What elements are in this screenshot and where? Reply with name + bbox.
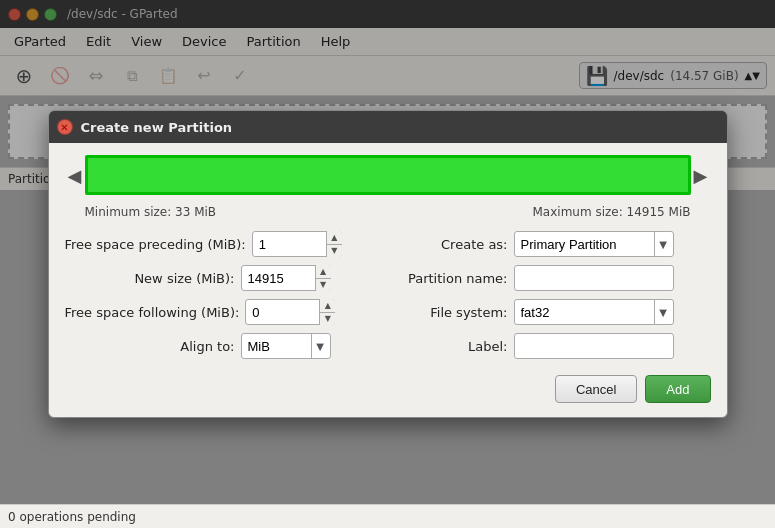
label-row: Label: xyxy=(398,333,711,359)
partition-name-input[interactable] xyxy=(514,265,674,291)
status-bar: 0 operations pending xyxy=(0,504,775,528)
free-space-preceding-arrows: ▲ ▼ xyxy=(326,231,342,257)
align-to-select-wrap: MiB Cylinder None ▼ xyxy=(241,333,331,359)
dialog-footer: Cancel Add xyxy=(49,371,727,417)
create-as-row: Create as: Primary Partition Extended Pa… xyxy=(398,231,711,257)
file-system-select-wrap: fat32 ext4 ext3 ntfs btrfs xfs ▼ xyxy=(514,299,674,325)
free-space-following-up[interactable]: ▲ xyxy=(320,299,335,313)
create-partition-dialog: ✕ Create new Partition ◀ ▶ Minimum size:… xyxy=(48,110,728,418)
arrow-left-icon: ◀ xyxy=(68,165,82,186)
new-size-label: New size (MiB): xyxy=(65,271,235,286)
modal-overlay: ✕ Create new Partition ◀ ▶ Minimum size:… xyxy=(0,0,775,528)
dialog-title: Create new Partition xyxy=(81,120,233,135)
form-section: Free space preceding (MiB): ▲ ▼ New size… xyxy=(49,227,727,371)
min-size-label: Minimum size: 33 MiB xyxy=(85,205,217,219)
minmax-row: Minimum size: 33 MiB Maximum size: 14915… xyxy=(49,203,727,227)
align-to-label: Align to: xyxy=(65,339,235,354)
create-as-select[interactable]: Primary Partition Extended Partition Log… xyxy=(514,231,674,257)
align-to-select[interactable]: MiB Cylinder None xyxy=(241,333,331,359)
partition-bar xyxy=(85,155,691,195)
new-size-arrows: ▲ ▼ xyxy=(315,265,331,291)
free-space-following-label: Free space following (MiB): xyxy=(65,305,240,320)
partition-vis-left-arrow[interactable]: ◀ xyxy=(65,155,85,195)
partition-name-row: Partition name: xyxy=(398,265,711,291)
free-space-preceding-down[interactable]: ▼ xyxy=(327,245,342,258)
free-space-preceding-spinner: ▲ ▼ xyxy=(252,231,342,257)
arrow-right-icon: ▶ xyxy=(694,165,708,186)
max-size-label: Maximum size: 14915 MiB xyxy=(533,205,691,219)
free-space-preceding-row: Free space preceding (MiB): ▲ ▼ xyxy=(65,231,378,257)
form-right-col: Create as: Primary Partition Extended Pa… xyxy=(398,231,711,359)
cancel-button[interactable]: Cancel xyxy=(555,375,637,403)
free-space-following-down[interactable]: ▼ xyxy=(320,313,335,326)
free-space-following-row: Free space following (MiB): ▲ ▼ xyxy=(65,299,378,325)
partition-name-label: Partition name: xyxy=(398,271,508,286)
close-icon: ✕ xyxy=(60,122,68,133)
label-input[interactable] xyxy=(514,333,674,359)
create-as-label: Create as: xyxy=(398,237,508,252)
new-size-row: New size (MiB): ▲ ▼ xyxy=(65,265,378,291)
new-size-spinner: ▲ ▼ xyxy=(241,265,331,291)
create-as-select-wrap: Primary Partition Extended Partition Log… xyxy=(514,231,674,257)
form-left-col: Free space preceding (MiB): ▲ ▼ New size… xyxy=(65,231,378,359)
dialog-close-button[interactable]: ✕ xyxy=(57,119,73,135)
free-space-following-arrows: ▲ ▼ xyxy=(319,299,335,325)
dialog-title-bar: ✕ Create new Partition xyxy=(49,111,727,143)
label-label: Label: xyxy=(398,339,508,354)
file-system-row: File system: fat32 ext4 ext3 ntfs btrfs … xyxy=(398,299,711,325)
new-size-down[interactable]: ▼ xyxy=(316,279,331,292)
align-to-row: Align to: MiB Cylinder None ▼ xyxy=(65,333,378,359)
status-text: 0 operations pending xyxy=(8,510,136,524)
file-system-select[interactable]: fat32 ext4 ext3 ntfs btrfs xfs xyxy=(514,299,674,325)
new-size-up[interactable]: ▲ xyxy=(316,265,331,279)
free-space-following-spinner: ▲ ▼ xyxy=(245,299,335,325)
file-system-label: File system: xyxy=(398,305,508,320)
partition-visual-container: ◀ ▶ xyxy=(65,155,711,195)
partition-vis-right-arrow[interactable]: ▶ xyxy=(691,155,711,195)
add-button[interactable]: Add xyxy=(645,375,710,403)
free-space-preceding-label: Free space preceding (MiB): xyxy=(65,237,246,252)
free-space-preceding-up[interactable]: ▲ xyxy=(327,231,342,245)
